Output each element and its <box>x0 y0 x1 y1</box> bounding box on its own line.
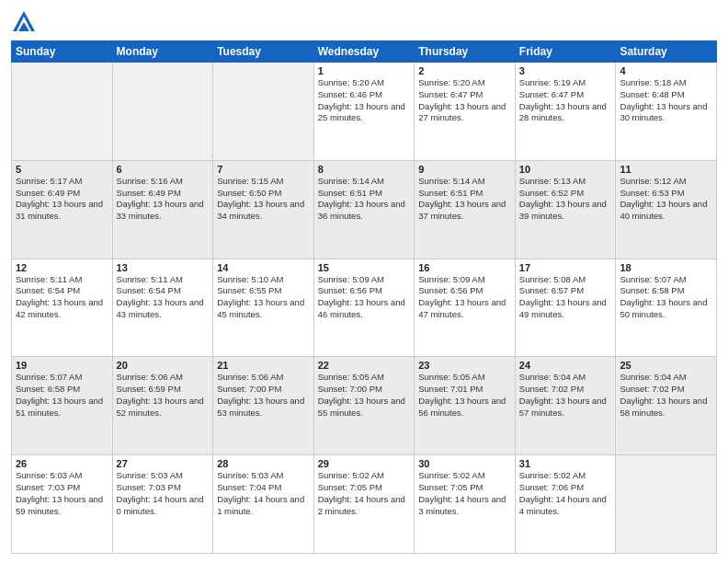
day-number: 26 <box>16 458 108 469</box>
day-info: Sunrise: 5:04 AM Sunset: 7:02 PM Dayligh… <box>620 372 712 419</box>
day-info: Sunrise: 5:15 AM Sunset: 6:50 PM Dayligh… <box>217 176 310 223</box>
calendar-cell: 1Sunrise: 5:20 AM Sunset: 6:46 PM Daylig… <box>313 63 415 161</box>
day-info: Sunrise: 5:03 AM Sunset: 7:03 PM Dayligh… <box>16 470 108 517</box>
weekday-header-thursday: Thursday <box>415 41 516 63</box>
day-number: 5 <box>16 164 108 175</box>
day-number: 18 <box>620 262 712 273</box>
calendar-cell: 31Sunrise: 5:02 AM Sunset: 7:06 PM Dayli… <box>515 455 616 554</box>
logo <box>11 9 40 35</box>
day-info: Sunrise: 5:03 AM Sunset: 7:03 PM Dayligh… <box>117 470 210 517</box>
calendar-row-2: 12Sunrise: 5:11 AM Sunset: 6:54 PM Dayli… <box>12 259 717 357</box>
calendar-cell: 5Sunrise: 5:17 AM Sunset: 6:49 PM Daylig… <box>12 160 113 259</box>
calendar-table: SundayMondayTuesdayWednesdayThursdayFrid… <box>11 40 717 554</box>
day-number: 4 <box>620 65 712 76</box>
calendar-cell: 22Sunrise: 5:05 AM Sunset: 7:00 PM Dayli… <box>313 357 415 455</box>
day-number: 22 <box>318 360 411 371</box>
day-number: 20 <box>117 360 210 371</box>
day-info: Sunrise: 5:09 AM Sunset: 6:56 PM Dayligh… <box>418 274 511 321</box>
day-info: Sunrise: 5:16 AM Sunset: 6:49 PM Dayligh… <box>117 176 210 223</box>
calendar-cell: 15Sunrise: 5:09 AM Sunset: 6:56 PM Dayli… <box>313 259 415 357</box>
calendar-cell <box>12 63 113 161</box>
calendar-cell <box>213 63 314 161</box>
calendar-cell: 21Sunrise: 5:06 AM Sunset: 7:00 PM Dayli… <box>213 357 314 455</box>
day-info: Sunrise: 5:20 AM Sunset: 6:47 PM Dayligh… <box>418 77 511 124</box>
weekday-header-row: SundayMondayTuesdayWednesdayThursdayFrid… <box>12 41 717 63</box>
weekday-header-friday: Friday <box>515 41 616 63</box>
day-number: 19 <box>16 360 108 371</box>
day-info: Sunrise: 5:09 AM Sunset: 6:56 PM Dayligh… <box>318 274 411 321</box>
day-number: 8 <box>318 164 411 175</box>
day-number: 2 <box>418 65 511 76</box>
weekday-header-wednesday: Wednesday <box>313 41 415 63</box>
calendar-cell: 26Sunrise: 5:03 AM Sunset: 7:03 PM Dayli… <box>12 455 113 554</box>
day-info: Sunrise: 5:20 AM Sunset: 6:46 PM Dayligh… <box>318 77 411 124</box>
calendar-cell: 14Sunrise: 5:10 AM Sunset: 6:55 PM Dayli… <box>213 259 314 357</box>
day-number: 13 <box>117 262 210 273</box>
calendar-cell <box>112 63 213 161</box>
day-number: 15 <box>318 262 411 273</box>
calendar-row-1: 5Sunrise: 5:17 AM Sunset: 6:49 PM Daylig… <box>12 160 717 259</box>
calendar-cell: 29Sunrise: 5:02 AM Sunset: 7:05 PM Dayli… <box>313 455 415 554</box>
day-info: Sunrise: 5:05 AM Sunset: 7:01 PM Dayligh… <box>418 372 511 419</box>
calendar-cell: 4Sunrise: 5:18 AM Sunset: 6:48 PM Daylig… <box>616 63 717 161</box>
calendar-cell: 20Sunrise: 5:06 AM Sunset: 6:59 PM Dayli… <box>112 357 213 455</box>
calendar-cell: 24Sunrise: 5:04 AM Sunset: 7:02 PM Dayli… <box>515 357 616 455</box>
day-number: 21 <box>217 360 310 371</box>
calendar-cell: 23Sunrise: 5:05 AM Sunset: 7:01 PM Dayli… <box>415 357 516 455</box>
calendar-cell: 7Sunrise: 5:15 AM Sunset: 6:50 PM Daylig… <box>213 160 314 259</box>
day-number: 12 <box>16 262 108 273</box>
day-info: Sunrise: 5:11 AM Sunset: 6:54 PM Dayligh… <box>16 274 108 321</box>
day-info: Sunrise: 5:13 AM Sunset: 6:52 PM Dayligh… <box>519 176 612 223</box>
calendar-cell: 13Sunrise: 5:11 AM Sunset: 6:54 PM Dayli… <box>112 259 213 357</box>
day-number: 16 <box>418 262 511 273</box>
day-info: Sunrise: 5:06 AM Sunset: 7:00 PM Dayligh… <box>217 372 310 419</box>
day-info: Sunrise: 5:18 AM Sunset: 6:48 PM Dayligh… <box>620 77 712 124</box>
day-number: 1 <box>318 65 411 76</box>
calendar-cell: 17Sunrise: 5:08 AM Sunset: 6:57 PM Dayli… <box>515 259 616 357</box>
logo-icon <box>11 9 37 35</box>
day-number: 17 <box>519 262 612 273</box>
calendar-cell: 10Sunrise: 5:13 AM Sunset: 6:52 PM Dayli… <box>515 160 616 259</box>
day-info: Sunrise: 5:14 AM Sunset: 6:51 PM Dayligh… <box>318 176 411 223</box>
weekday-header-saturday: Saturday <box>616 41 717 63</box>
calendar-row-0: 1Sunrise: 5:20 AM Sunset: 6:46 PM Daylig… <box>12 63 717 161</box>
calendar-cell: 28Sunrise: 5:03 AM Sunset: 7:04 PM Dayli… <box>213 455 314 554</box>
calendar-cell: 19Sunrise: 5:07 AM Sunset: 6:58 PM Dayli… <box>12 357 113 455</box>
day-info: Sunrise: 5:06 AM Sunset: 6:59 PM Dayligh… <box>117 372 210 419</box>
day-number: 10 <box>519 164 612 175</box>
calendar-cell: 6Sunrise: 5:16 AM Sunset: 6:49 PM Daylig… <box>112 160 213 259</box>
day-number: 14 <box>217 262 310 273</box>
weekday-header-monday: Monday <box>112 41 213 63</box>
day-number: 24 <box>519 360 612 371</box>
calendar-cell: 3Sunrise: 5:19 AM Sunset: 6:47 PM Daylig… <box>515 63 616 161</box>
day-info: Sunrise: 5:07 AM Sunset: 6:58 PM Dayligh… <box>16 372 108 419</box>
calendar-cell: 11Sunrise: 5:12 AM Sunset: 6:53 PM Dayli… <box>616 160 717 259</box>
day-info: Sunrise: 5:10 AM Sunset: 6:55 PM Dayligh… <box>217 274 310 321</box>
weekday-header-tuesday: Tuesday <box>213 41 314 63</box>
header <box>11 9 717 35</box>
day-number: 6 <box>117 164 210 175</box>
day-number: 28 <box>217 458 310 469</box>
calendar-cell: 8Sunrise: 5:14 AM Sunset: 6:51 PM Daylig… <box>313 160 415 259</box>
day-number: 3 <box>519 65 612 76</box>
calendar-cell: 25Sunrise: 5:04 AM Sunset: 7:02 PM Dayli… <box>616 357 717 455</box>
day-info: Sunrise: 5:05 AM Sunset: 7:00 PM Dayligh… <box>318 372 411 419</box>
day-number: 31 <box>519 458 612 469</box>
day-number: 11 <box>620 164 712 175</box>
day-number: 23 <box>418 360 511 371</box>
day-info: Sunrise: 5:19 AM Sunset: 6:47 PM Dayligh… <box>519 77 612 124</box>
calendar-cell: 2Sunrise: 5:20 AM Sunset: 6:47 PM Daylig… <box>415 63 516 161</box>
day-number: 7 <box>217 164 310 175</box>
calendar-cell: 12Sunrise: 5:11 AM Sunset: 6:54 PM Dayli… <box>12 259 113 357</box>
calendar-cell: 9Sunrise: 5:14 AM Sunset: 6:51 PM Daylig… <box>415 160 516 259</box>
calendar-row-3: 19Sunrise: 5:07 AM Sunset: 6:58 PM Dayli… <box>12 357 717 455</box>
day-info: Sunrise: 5:14 AM Sunset: 6:51 PM Dayligh… <box>418 176 511 223</box>
day-info: Sunrise: 5:08 AM Sunset: 6:57 PM Dayligh… <box>519 274 612 321</box>
calendar-cell: 30Sunrise: 5:02 AM Sunset: 7:05 PM Dayli… <box>415 455 516 554</box>
day-info: Sunrise: 5:17 AM Sunset: 6:49 PM Dayligh… <box>16 176 108 223</box>
calendar-cell: 27Sunrise: 5:03 AM Sunset: 7:03 PM Dayli… <box>112 455 213 554</box>
calendar-cell: 18Sunrise: 5:07 AM Sunset: 6:58 PM Dayli… <box>616 259 717 357</box>
day-number: 29 <box>318 458 411 469</box>
day-number: 9 <box>418 164 511 175</box>
day-number: 25 <box>620 360 712 371</box>
